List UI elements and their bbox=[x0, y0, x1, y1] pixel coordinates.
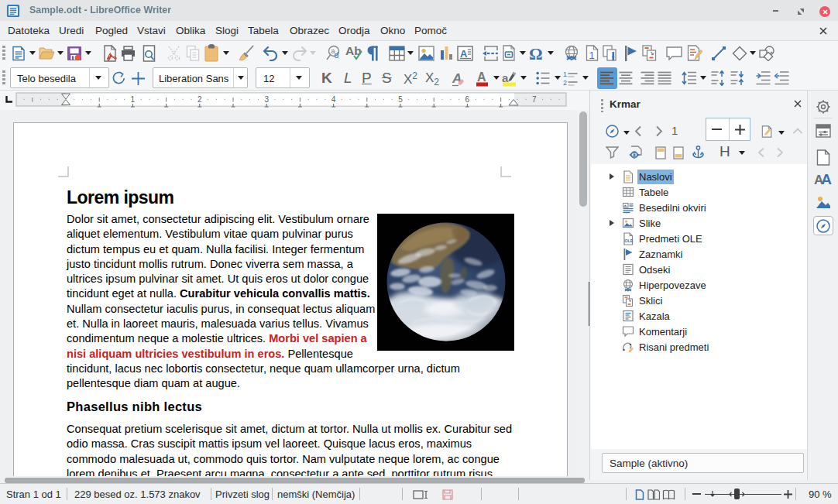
svg-text:2: 2 bbox=[563, 79, 567, 86]
svg-text:5: 5 bbox=[398, 95, 403, 104]
svg-text:6: 6 bbox=[465, 95, 470, 104]
svg-text:1: 1 bbox=[563, 70, 567, 78]
svg-text:1: 1 bbox=[589, 50, 595, 61]
svg-text:OLE: OLE bbox=[624, 238, 634, 243]
svg-text:A: A bbox=[477, 70, 486, 84]
svg-text:Ω: Ω bbox=[529, 45, 543, 62]
svg-text:a: a bbox=[502, 71, 509, 84]
svg-text:A: A bbox=[460, 48, 468, 60]
svg-text:3: 3 bbox=[264, 95, 269, 104]
svg-text:1: 1 bbox=[131, 95, 136, 104]
svg-text:7: 7 bbox=[532, 95, 537, 104]
svg-text:2: 2 bbox=[197, 95, 202, 104]
svg-text:4: 4 bbox=[331, 95, 336, 104]
svg-text:d: d bbox=[335, 50, 339, 60]
